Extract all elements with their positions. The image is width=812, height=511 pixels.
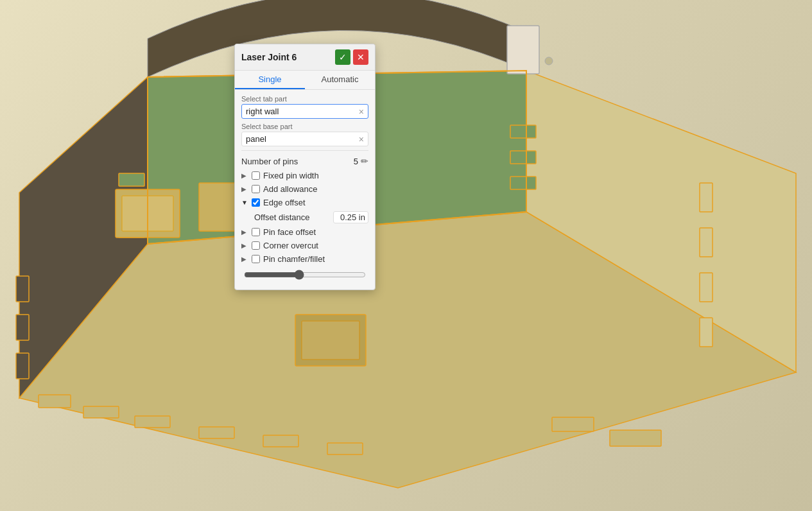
base-part-label: Select base part	[241, 123, 368, 130]
svg-rect-27	[610, 430, 661, 446]
number-of-pins-value: 5	[354, 157, 358, 166]
svg-rect-26	[700, 318, 713, 347]
svg-rect-23	[700, 183, 713, 212]
tab-automatic[interactable]: Automatic	[305, 71, 375, 89]
fixed-pin-width-row: ▶ Fixed pin width	[241, 169, 368, 182]
svg-rect-5	[119, 173, 144, 186]
pin-face-offset-label[interactable]: Pin face offset	[263, 227, 316, 237]
fixed-pin-width-label[interactable]: Fixed pin width	[263, 171, 319, 180]
pin-face-offset-checkbox[interactable]	[252, 228, 260, 236]
dialog-title: Laser Joint 6	[241, 52, 335, 62]
tab-part-group: Select tab part ×	[241, 95, 368, 119]
pin-chamfer-checkbox[interactable]	[252, 255, 260, 263]
fixed-pin-width-expand[interactable]: ▶	[241, 172, 250, 179]
ok-button[interactable]: ✓	[335, 49, 350, 65]
edge-offset-checkbox[interactable]	[252, 198, 260, 207]
add-allowance-row: ▶ Add allowance	[241, 182, 368, 196]
add-allowance-expand[interactable]: ▶	[241, 186, 250, 193]
cancel-button[interactable]: ✕	[353, 49, 368, 65]
svg-rect-22	[327, 443, 363, 455]
svg-rect-33	[16, 353, 29, 379]
svg-point-29	[545, 57, 553, 65]
corner-overcut-row: ▶ Corner overcut	[241, 239, 368, 252]
number-of-pins-row: Number of pins 5 ✏	[241, 153, 368, 169]
offset-distance-row: Offset distance 0.25 in	[241, 209, 368, 225]
offset-distance-label: Offset distance	[254, 212, 333, 222]
offset-distance-value[interactable]: 0.25 in	[333, 211, 368, 223]
pin-chamfer-label[interactable]: Pin chamfer/fillet	[263, 254, 325, 264]
corner-overcut-label[interactable]: Corner overcut	[263, 241, 318, 250]
svg-rect-15	[302, 321, 359, 359]
tab-part-clear-icon[interactable]: ×	[359, 107, 364, 116]
svg-rect-31	[16, 276, 29, 302]
svg-rect-24	[700, 228, 713, 257]
svg-rect-18	[83, 406, 119, 418]
pin-face-offset-row: ▶ Pin face offset	[241, 225, 368, 239]
add-allowance-label[interactable]: Add allowance	[263, 184, 318, 194]
tab-single[interactable]: Single	[235, 71, 305, 89]
base-part-group: Select base part ×	[241, 123, 368, 146]
barn-scene	[0, 0, 812, 511]
svg-rect-9	[510, 151, 536, 164]
slider[interactable]	[244, 270, 366, 280]
edge-offset-label[interactable]: Edge offset	[263, 198, 306, 207]
pin-chamfer-expand[interactable]: ▶	[241, 256, 250, 263]
edge-offset-expand[interactable]: ▼	[241, 199, 250, 206]
base-part-clear-icon[interactable]: ×	[359, 135, 364, 144]
svg-rect-17	[39, 395, 71, 408]
svg-rect-19	[135, 416, 170, 428]
divider-1	[241, 150, 368, 151]
svg-rect-28	[552, 417, 594, 431]
pin-chamfer-row: ▶ Pin chamfer/fillet	[241, 252, 368, 266]
svg-rect-8	[510, 125, 536, 138]
dialog-body: Select tab part × Select base part × Num…	[235, 90, 375, 290]
laser-joint-dialog: Laser Joint 6 ✓ ✕ Single Automatic Selec…	[234, 44, 376, 290]
fixed-pin-width-checkbox[interactable]	[252, 171, 260, 180]
svg-rect-20	[199, 427, 234, 438]
dialog-header: Laser Joint 6 ✓ ✕	[235, 44, 375, 71]
tab-part-input-row[interactable]: ×	[241, 104, 368, 119]
add-allowance-checkbox[interactable]	[252, 185, 260, 193]
dialog-tabs: Single Automatic	[235, 71, 375, 90]
base-part-input-row[interactable]: ×	[241, 132, 368, 146]
pin-face-offset-expand[interactable]: ▶	[241, 229, 250, 236]
corner-overcut-checkbox[interactable]	[252, 241, 260, 250]
svg-rect-16	[507, 26, 539, 74]
svg-rect-21	[263, 435, 298, 447]
number-of-pins-label: Number of pins	[241, 157, 354, 166]
svg-rect-10	[510, 177, 536, 189]
svg-rect-25	[700, 273, 713, 302]
corner-overcut-expand[interactable]: ▶	[241, 242, 250, 249]
svg-rect-32	[16, 315, 29, 340]
tab-part-label: Select tab part	[241, 95, 368, 103]
slider-row	[241, 266, 368, 284]
base-part-input[interactable]	[246, 134, 359, 144]
number-of-pins-edit-icon[interactable]: ✏	[361, 156, 368, 166]
tab-part-input[interactable]	[246, 107, 359, 116]
edge-offset-row: ▼ Edge offset	[241, 196, 368, 209]
